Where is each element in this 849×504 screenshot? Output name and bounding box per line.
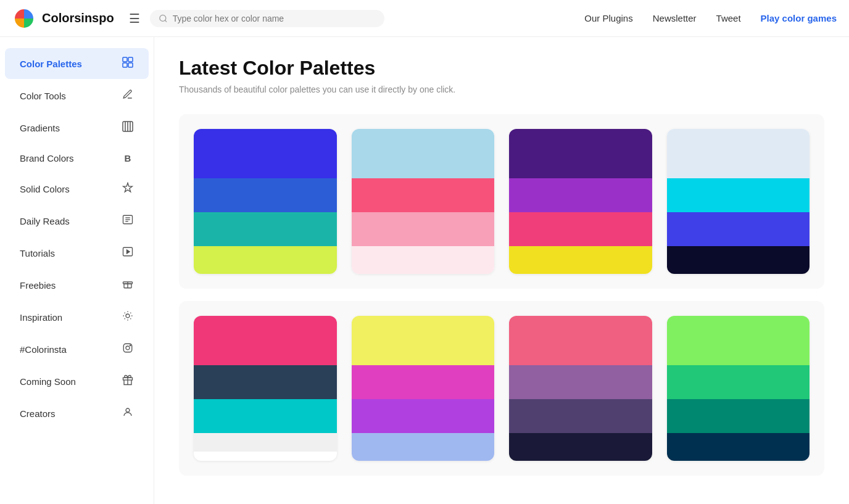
svg-line-28 [130, 313, 131, 313]
sidebar-item-label: Creators [20, 408, 56, 419]
sidebar-item-coming-soon[interactable]: Coming Soon [5, 366, 149, 397]
sidebar-item-label: Brand Colors [20, 153, 74, 163]
palette-row-1 [194, 129, 810, 274]
sidebar-item-solid-colors[interactable]: Solid Colors [5, 173, 149, 204]
inspiration-icon [122, 310, 134, 324]
palette-section-2 [179, 301, 824, 476]
page-title: Latest Color Palettes [179, 57, 824, 80]
svg-point-34 [126, 408, 130, 412]
sidebar-item-label: Color Tools [20, 91, 66, 101]
sidebar-item-daily-reads[interactable]: Daily Reads [5, 205, 149, 236]
layout: Color Palettes Color Tools Gradients [0, 37, 849, 504]
tools-icon [122, 89, 134, 102]
nav-links: Our Plugins Newsletter Tweet Play color … [584, 13, 837, 23]
logo[interactable]: Colorsinspo [12, 7, 114, 30]
sidebar-item-creators[interactable]: Creators [5, 398, 149, 429]
palette-card-5[interactable] [194, 316, 337, 461]
palette-card-3[interactable] [509, 129, 652, 274]
logo-icon [12, 7, 36, 30]
palette-row-2 [194, 316, 810, 461]
sidebar-item-label: Gradients [20, 123, 60, 133]
tutorials-icon [122, 246, 134, 260]
svg-line-25 [125, 313, 125, 313]
svg-rect-4 [128, 57, 133, 62]
palette-card-8[interactable] [667, 316, 810, 461]
sidebar-item-label: Color Palettes [20, 59, 82, 69]
palette-card-2[interactable] [352, 129, 495, 274]
palette-section-1 [179, 114, 824, 289]
sidebar-item-label: #Colorinsta [20, 344, 67, 355]
svg-line-2 [165, 20, 167, 22]
sidebar-item-label: Inspiration [20, 312, 62, 323]
main-content: Latest Color Palettes Thousands of beaut… [154, 37, 849, 504]
svg-rect-5 [123, 63, 127, 67]
sidebar-item-tutorials[interactable]: Tutorials [5, 238, 149, 268]
sidebar-item-label: Coming Soon [20, 376, 76, 387]
svg-line-27 [125, 318, 125, 319]
palette-card-6[interactable] [352, 316, 495, 461]
svg-point-20 [126, 314, 130, 318]
page-subtitle: Thousands of beautiful color palettes yo… [179, 85, 824, 94]
svg-point-31 [130, 345, 131, 346]
brand-icon: B [122, 153, 134, 163]
solid-icon [122, 182, 134, 196]
sidebar-item-color-tools[interactable]: Color Tools [5, 80, 149, 111]
nav-games[interactable]: Play color games [761, 13, 837, 23]
logo-text: Colorsinspo [42, 11, 114, 25]
gradients-icon [122, 121, 134, 134]
palette-icon [122, 57, 134, 70]
sidebar: Color Palettes Color Tools Gradients [0, 37, 154, 504]
svg-line-26 [130, 318, 131, 319]
creators-icon [122, 407, 134, 420]
svg-rect-6 [128, 63, 133, 67]
sidebar-item-label: Tutorials [20, 248, 55, 258]
sidebar-item-label: Solid Colors [20, 184, 70, 194]
sidebar-item-brand-colors[interactable]: Brand Colors B [5, 144, 149, 172]
hamburger-button[interactable]: ☰ [129, 11, 140, 26]
sidebar-item-label: Daily Reads [20, 216, 70, 226]
sidebar-item-colorinsta[interactable]: #Colorinsta [5, 334, 149, 365]
sidebar-item-freebies[interactable]: Freebies [5, 270, 149, 300]
daily-reads-icon [122, 214, 134, 228]
colorinsta-icon [122, 342, 134, 356]
nav-tweet[interactable]: Tweet [716, 13, 741, 23]
sidebar-item-label: Freebies [20, 280, 56, 291]
sidebar-item-gradients[interactable]: Gradients [5, 112, 149, 143]
freebies-icon [122, 278, 134, 292]
search-area [150, 10, 384, 27]
nav-plugins[interactable]: Our Plugins [584, 13, 632, 23]
svg-point-1 [160, 15, 166, 21]
sidebar-item-inspiration[interactable]: Inspiration [5, 302, 149, 333]
svg-rect-3 [123, 57, 127, 62]
coming-soon-icon [122, 374, 134, 388]
nav-newsletter[interactable]: Newsletter [653, 13, 697, 23]
palette-card-1[interactable] [194, 129, 337, 274]
palette-card-7[interactable] [509, 316, 652, 461]
search-input[interactable] [173, 14, 376, 23]
palette-card-4[interactable] [667, 129, 810, 274]
search-icon [159, 14, 168, 23]
header: Colorsinspo ☰ Our Plugins Newsletter Twe… [0, 0, 849, 37]
svg-point-30 [126, 346, 130, 350]
svg-marker-16 [127, 250, 130, 254]
sidebar-item-color-palettes[interactable]: Color Palettes [5, 48, 149, 79]
